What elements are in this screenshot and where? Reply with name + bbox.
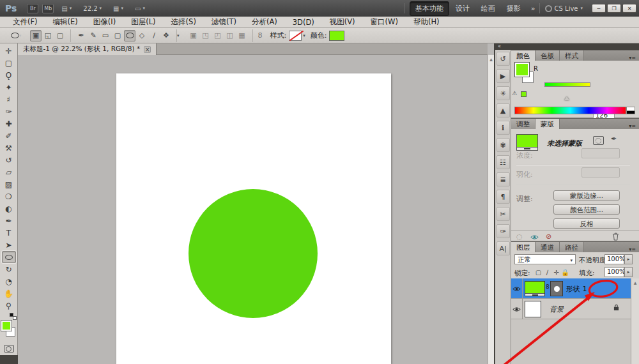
- dock-icon-clone-source[interactable]: ☷: [497, 155, 510, 169]
- lock-lock-position[interactable]: ✛: [552, 268, 560, 277]
- draw-mode-shape-layers[interactable]: ▣: [30, 30, 42, 42]
- menu-8[interactable]: 视图(V): [322, 17, 363, 27]
- add-vector-mask-icon[interactable]: ✒: [611, 135, 617, 143]
- visibility-toggle[interactable]: [511, 299, 523, 319]
- blend-mode-dropdown[interactable]: 正常▾: [514, 254, 576, 264]
- foreground-color-swatch[interactable]: [1, 321, 12, 331]
- dock-icon-brush[interactable]: ✑: [497, 224, 510, 238]
- dock-icon-paragraph[interactable]: ¶: [497, 190, 510, 204]
- cs-live-button[interactable]: CS Live▾: [545, 5, 583, 12]
- density-slider[interactable]: [516, 165, 630, 166]
- mini-bridge-icon[interactable]: Mb: [42, 4, 54, 13]
- feather-field[interactable]: [581, 167, 620, 178]
- dock-icon-character[interactable]: A|: [497, 241, 510, 255]
- fill-spinner[interactable]: ▸: [624, 267, 633, 277]
- tool-clone-stamp[interactable]: ⚒: [2, 142, 16, 154]
- workspace-button-design[interactable]: 设计: [450, 2, 475, 15]
- zoom-level-dropdown[interactable]: 22.2▾: [79, 3, 105, 14]
- tool-crop[interactable]: ♯: [2, 93, 16, 105]
- view-extras-button[interactable]: ▤▾: [58, 3, 75, 14]
- channel-slider-thumb[interactable]: [564, 96, 569, 100]
- more-workspaces-button[interactable]: »: [531, 4, 534, 13]
- panel-collapse-bar[interactable]: «: [494, 43, 639, 50]
- tab-masks[interactable]: 蒙版: [535, 119, 560, 129]
- tool-ellipse[interactable]: [2, 251, 16, 263]
- collapse-panels-icon[interactable]: «: [498, 43, 501, 49]
- tool-rotate-3d[interactable]: ↻: [2, 263, 16, 275]
- shape-tool-pen[interactable]: ✒: [75, 30, 87, 42]
- tool-preset-picker[interactable]: ▾: [6, 30, 26, 42]
- restore-button[interactable]: ❐: [607, 4, 621, 13]
- layer-thumbnail[interactable]: [516, 134, 538, 151]
- draw-mode-paths[interactable]: ◱: [42, 30, 54, 42]
- close-tab-icon[interactable]: ×: [144, 46, 151, 53]
- gamut-warning-icon[interactable]: ⚠: [512, 90, 517, 96]
- tool-hand[interactable]: ✋: [2, 287, 16, 300]
- panel-menu-icon[interactable]: ▾≡: [629, 244, 639, 252]
- bridge-icon[interactable]: Br: [27, 4, 38, 13]
- tool-zoom[interactable]: ⚲: [2, 300, 16, 312]
- menu-5[interactable]: 滤镜(T): [204, 17, 244, 27]
- path-op-subtract[interactable]: ◰: [212, 30, 224, 42]
- shape-color-swatch[interactable]: [329, 31, 344, 41]
- dock-icon-layer-comps[interactable]: ≣: [497, 172, 510, 186]
- lock-lock-all[interactable]: 🔒: [561, 268, 569, 277]
- tool-blur[interactable]: ❍: [2, 190, 16, 202]
- shape-tool-ellipse[interactable]: [124, 30, 135, 42]
- tool-move[interactable]: ✛: [2, 45, 16, 57]
- workspace-button-painting[interactable]: 绘画: [476, 2, 500, 15]
- workspace-button-photography[interactable]: 摄影: [502, 2, 526, 15]
- opacity-spinner[interactable]: ▸: [624, 254, 633, 264]
- load-selection-icon[interactable]: ◌: [516, 232, 523, 241]
- minimize-button[interactable]: ─: [592, 4, 606, 13]
- shape-tool-custom-shape[interactable]: ❖: [160, 30, 172, 42]
- dock-icon-history[interactable]: ↺: [497, 52, 510, 66]
- visibility-toggle[interactable]: [511, 278, 523, 299]
- layer-thumbnail[interactable]: [525, 281, 545, 296]
- tool-eraser[interactable]: ▱: [2, 166, 16, 178]
- tool-path-selection[interactable]: ➤: [2, 239, 16, 251]
- canvas-page[interactable]: [116, 73, 391, 364]
- dock-icon-brush-presets[interactable]: ✾: [497, 138, 510, 152]
- tool-healing-brush[interactable]: ✚: [2, 118, 16, 130]
- dock-icon-actions[interactable]: ▶: [497, 69, 510, 83]
- menu-0[interactable]: 文件(F): [5, 17, 45, 27]
- tab-styles[interactable]: 样式: [560, 50, 584, 61]
- draw-mode-fill-pixels[interactable]: ▢: [54, 30, 66, 42]
- tool-dodge[interactable]: ◐: [2, 202, 16, 215]
- close-button[interactable]: ✕: [622, 4, 636, 13]
- menu-2[interactable]: 图像(I): [86, 17, 123, 27]
- tool-pen[interactable]: ✒: [2, 215, 16, 227]
- tab-color[interactable]: 颜色: [511, 50, 535, 61]
- spectrum-black-swatch[interactable]: [626, 110, 635, 114]
- path-op-add[interactable]: ◳: [200, 30, 212, 42]
- tab-channels[interactable]: 通道: [535, 242, 560, 252]
- tab-adjustments[interactable]: 调整: [511, 119, 535, 129]
- scroll-up-icon[interactable]: ▲: [488, 55, 494, 61]
- canvas-vertical-scrollbar[interactable]: ▲: [488, 55, 494, 364]
- document-tab[interactable]: 未标题-1 @ 22.2% (形状 1, RGB/8) * ×: [18, 43, 157, 55]
- layer-thumbnail[interactable]: [525, 301, 541, 317]
- panel-menu-icon[interactable]: ▾≡: [629, 121, 639, 129]
- scroll-up-icon[interactable]: ▲: [631, 278, 639, 285]
- layer-name[interactable]: 背景: [550, 305, 564, 314]
- dock-icon-tool-presets[interactable]: ✂: [497, 207, 510, 221]
- layer-row-background[interactable]: 背景: [511, 299, 639, 319]
- menu-4[interactable]: 选择(S): [164, 17, 204, 27]
- color-range-button[interactable]: 颜色范围...: [553, 204, 620, 215]
- layer-name[interactable]: 形状 1: [566, 284, 587, 294]
- dock-icon-info[interactable]: ℹ: [497, 121, 510, 135]
- canvas[interactable]: [18, 55, 488, 364]
- tab-paths[interactable]: 路径: [560, 242, 584, 252]
- tab-layers[interactable]: 图层: [511, 242, 535, 252]
- dock-icon-histogram[interactable]: ▲: [497, 103, 510, 118]
- menu-1[interactable]: 编辑(E): [45, 17, 86, 27]
- mask-edge-button[interactable]: 蒙版边缘...: [553, 190, 620, 201]
- shape-tool-freeform-pen[interactable]: ✎: [88, 30, 99, 42]
- menu-7[interactable]: 3D(D): [285, 18, 322, 27]
- menu-10[interactable]: 帮助(H): [406, 17, 447, 27]
- feather-slider[interactable]: [516, 184, 630, 185]
- gamut-color-cube[interactable]: [521, 91, 527, 97]
- dock-icon-navigator[interactable]: ✳: [497, 86, 510, 100]
- lock-lock-transparency[interactable]: ▢: [534, 268, 543, 277]
